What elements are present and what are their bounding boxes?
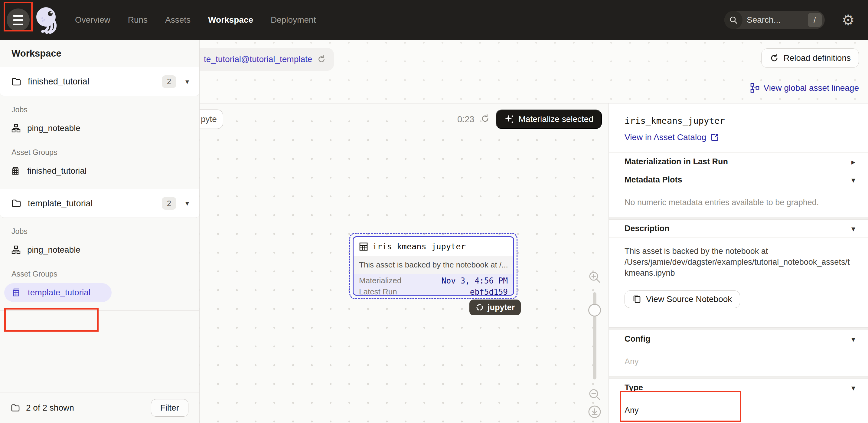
section-label: Metadata Plots <box>624 175 682 185</box>
reload-definitions-label: Reload definitions <box>783 53 851 63</box>
download-icon[interactable] <box>588 405 601 419</box>
repo-name: finished_tutorial <box>28 77 89 87</box>
reload-definitions-button[interactable]: Reload definitions <box>761 49 859 68</box>
chevron-right-icon[interactable]: ▸ <box>851 157 855 167</box>
search-input[interactable] <box>743 15 808 25</box>
section-type[interactable]: Type ▾ <box>609 379 868 397</box>
view-source-notebook-button[interactable]: View Source Notebook <box>624 291 740 308</box>
section-metadata-plots[interactable]: Metadata Plots ▾ <box>609 171 868 189</box>
sidebar-item-group-finished-tutorial[interactable]: finished_tutorial <box>0 161 199 180</box>
zoom-out-icon[interactable] <box>588 388 601 401</box>
section-divider <box>609 217 868 219</box>
chevron-down-icon[interactable]: ▾ <box>851 335 855 344</box>
jobs-section-label: Jobs <box>0 227 199 236</box>
nav-item-runs[interactable]: Runs <box>128 15 148 25</box>
chevron-down-icon[interactable]: ▾ <box>851 224 855 233</box>
section-label: Materialization in Last Run <box>624 157 728 167</box>
main-nav: Overview Runs Assets Workspace Deploymen… <box>75 15 316 25</box>
sidebar-item-label: ping_noteable <box>27 245 81 255</box>
view-global-asset-lineage-link[interactable]: View global asset lineage <box>750 83 859 93</box>
sidebar-item-job-ping-noteable-2[interactable]: ping_noteable <box>0 241 199 259</box>
search-shortcut-badge: / <box>808 13 822 27</box>
asset-graph-canvas[interactable]: 0:23 Materialize selected iris_kmeans_ju… <box>199 103 609 423</box>
table-icon <box>359 242 368 251</box>
repo-row-finished-tutorial[interactable]: finished_tutorial 2 ▾ <box>0 67 199 96</box>
settings-gear-icon[interactable]: ⚙ <box>842 13 855 27</box>
zoom-controls <box>588 269 601 421</box>
zoom-slider[interactable] <box>593 292 596 380</box>
global-search[interactable]: / <box>724 11 825 29</box>
lineage-icon <box>750 83 760 93</box>
asset-node-stats: Materialized Nov 3, 4:56 PM Latest Run e… <box>353 274 513 296</box>
materialized-value[interactable]: Nov 3, 4:56 PM <box>441 276 508 285</box>
sidebar-title: Workspace <box>0 40 199 67</box>
asset-node-iris-kmeans-jupyter[interactable]: iris_kmeans_jupyter This asset is backed… <box>349 233 518 299</box>
hamburger-menu-button[interactable] <box>7 8 30 31</box>
materialized-label: Materialized <box>359 276 401 285</box>
latest-run-label: Latest Run <box>359 287 397 296</box>
refresh-timer: 0:23 <box>457 114 474 124</box>
workspace-sidebar: Workspace finished_tutorial 2 ▾ Jobs pin… <box>0 40 199 423</box>
asset-group-icon <box>12 288 21 297</box>
lineage-link-label: View global asset lineage <box>764 83 859 93</box>
nav-item-assets[interactable]: Assets <box>165 15 190 25</box>
asset-node-description: This asset is backed by the notebook at … <box>353 256 513 274</box>
sidebar-item-group-template-tutorial[interactable]: template_tutorial <box>0 283 199 302</box>
top-nav-bar: Overview Runs Assets Workspace Deploymen… <box>0 0 868 40</box>
shown-count-label: 2 of 2 shown <box>26 403 74 413</box>
copy-icon <box>633 295 641 304</box>
asset-detail-panel: iris_kmeans_jupyter View in Asset Catalo… <box>609 103 868 423</box>
chevron-down-icon[interactable]: ▾ <box>851 383 855 392</box>
section-divider <box>609 327 868 330</box>
section-label: Config <box>624 334 650 344</box>
description-text: This asset is backed by the notebook at … <box>624 246 851 278</box>
repo-row-template-tutorial[interactable]: template_tutorial 2 ▾ <box>0 189 199 218</box>
repo-count-badge: 2 <box>162 197 176 210</box>
panel-asset-title: iris_kmeans_jupyter <box>624 116 852 126</box>
section-materialization-last-run[interactable]: Materialization in Last Run ▸ <box>609 152 868 171</box>
view-in-asset-catalog-link[interactable]: View in Asset Catalog <box>624 132 852 142</box>
dagster-logo <box>34 6 59 34</box>
type-value: Any <box>609 397 868 423</box>
jobs-section-label: Jobs <box>0 105 199 114</box>
asset-node-name: iris_kmeans_jupyter <box>372 242 466 251</box>
nav-item-workspace[interactable]: Workspace <box>208 15 253 25</box>
page-header: te_tutorial@tutorial_template Reload def… <box>199 40 868 103</box>
graph-query-input-chip[interactable] <box>199 110 223 129</box>
breadcrumb[interactable]: te_tutorial@tutorial_template <box>199 48 334 71</box>
refresh-icon <box>769 53 779 63</box>
zoom-slider-thumb[interactable] <box>588 304 601 316</box>
catalog-link-label: View in Asset Catalog <box>624 132 706 142</box>
sidebar-item-label: template_tutorial <box>28 288 90 297</box>
section-description[interactable]: Description ▾ <box>609 219 868 238</box>
sparkle-icon <box>504 114 515 124</box>
graph-query-input[interactable] <box>201 114 222 124</box>
compute-kind-icon <box>475 303 484 312</box>
refresh-icon[interactable] <box>317 55 326 64</box>
latest-run-value[interactable]: ebf5d159 <box>470 288 508 296</box>
repo-contents: Jobs ping_noteable Asset Groups finished… <box>0 96 199 189</box>
repo-contents: Jobs ping_noteable Asset Groups template… <box>0 218 199 311</box>
folder-icon <box>11 199 21 208</box>
dagster-app: Overview Runs Assets Workspace Deploymen… <box>0 0 868 423</box>
nav-item-overview[interactable]: Overview <box>75 15 111 25</box>
breadcrumb-label: te_tutorial@tutorial_template <box>204 55 312 64</box>
external-link-icon <box>710 133 719 142</box>
nav-item-deployment[interactable]: Deployment <box>271 15 316 25</box>
chevron-down-icon[interactable]: ▾ <box>185 78 189 86</box>
refresh-icon[interactable] <box>480 114 490 123</box>
chevron-down-icon[interactable]: ▾ <box>185 199 189 208</box>
sidebar-item-job-ping-noteable[interactable]: ping_noteable <box>0 119 199 138</box>
asset-groups-section-label: Asset Groups <box>0 270 199 278</box>
materialize-selected-button[interactable]: Materialize selected <box>496 110 602 129</box>
repo-count-badge: 2 <box>162 75 176 88</box>
zoom-in-icon[interactable] <box>588 271 601 284</box>
view-source-notebook-label: View Source Notebook <box>646 294 732 304</box>
job-graph-icon <box>11 245 21 254</box>
folder-icon <box>11 404 20 412</box>
description-body: This asset is backed by the notebook at … <box>609 238 868 327</box>
jupyter-tag[interactable]: jupyter <box>469 300 521 315</box>
section-config[interactable]: Config ▾ <box>609 330 868 348</box>
filter-button[interactable]: Filter <box>151 399 188 417</box>
chevron-down-icon[interactable]: ▾ <box>851 176 855 185</box>
